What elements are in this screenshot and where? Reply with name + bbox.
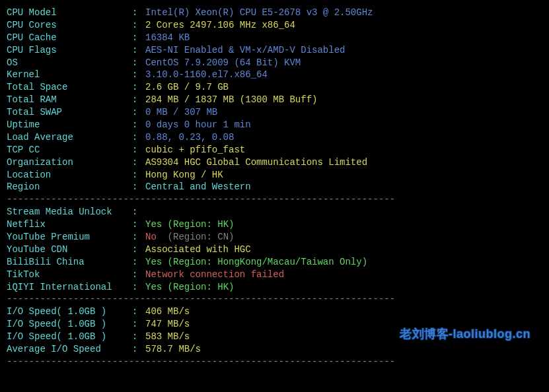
- row-io-3: I/O Speed( 1.0GB ): 583 MB/s: [7, 331, 542, 343]
- row-io-avg: Average I/O Speed: 578.7 MB/s: [7, 343, 542, 356]
- colon: :: [132, 81, 145, 94]
- row-io-2: I/O Speed( 1.0GB ): 747 MB/s: [7, 318, 542, 331]
- value-a: Yes: [145, 218, 162, 231]
- value-a: No: [145, 231, 162, 244]
- colon: :: [132, 318, 145, 331]
- value: Hong Kong / HK: [145, 169, 223, 181]
- colon: :: [132, 119, 145, 131]
- row-stream-header: Stream Media Unlock:: [7, 206, 542, 218]
- row-cpu-cache: CPU Cache: 16384 KB: [7, 32, 542, 44]
- label: CPU Model: [7, 7, 132, 19]
- value: Intel(R) Xeon(R) CPU E5-2678 v3 @ 2.50GH…: [145, 7, 373, 19]
- row-location: Location: Hong Kong / HK: [7, 169, 542, 181]
- value: 3.10.0-1160.el7.x86_64: [145, 69, 268, 81]
- value-a: Yes: [145, 256, 162, 269]
- colon: :: [132, 269, 145, 281]
- colon: :: [132, 206, 145, 218]
- value-b: (Region: HK): [162, 281, 234, 294]
- label: CPU Cores: [7, 19, 132, 32]
- label: BiliBili China: [7, 256, 132, 269]
- row-total-space: Total Space: 2.6 GB / 9.7 GB: [7, 81, 542, 94]
- label: iQIYI International: [7, 281, 132, 294]
- value: 583 MB/s: [145, 331, 190, 343]
- value-a: Associated with HGC: [145, 244, 251, 256]
- divider: ----------------------------------------…: [7, 356, 542, 368]
- label: YouTube Premium: [7, 231, 132, 244]
- colon: :: [132, 144, 145, 156]
- colon: :: [132, 106, 145, 119]
- divider: ----------------------------------------…: [7, 293, 542, 306]
- label: Total RAM: [7, 94, 132, 106]
- colon: :: [132, 32, 145, 44]
- label: Netflix: [7, 218, 132, 231]
- label: YouTube CDN: [7, 244, 132, 256]
- value: 284 MB / 1837 MB (1300 MB Buff): [145, 94, 317, 106]
- divider: ----------------------------------------…: [7, 193, 542, 206]
- label: TikTok: [7, 269, 132, 281]
- value: Central and Western: [145, 181, 251, 193]
- label: Average I/O Speed: [7, 343, 132, 356]
- row-youtube-cdn: YouTube CDN: Associated with HGC: [7, 244, 542, 256]
- row-organization: Organization: AS9304 HGC Global Communic…: [7, 156, 542, 169]
- label: I/O Speed( 1.0GB ): [7, 331, 132, 343]
- colon: :: [132, 244, 145, 256]
- colon: :: [132, 218, 145, 231]
- row-load-average: Load Average: 0.88, 0.23, 0.08: [7, 131, 542, 144]
- row-kernel: Kernel: 3.10.0-1160.el7.x86_64: [7, 69, 542, 81]
- row-iqiyi: iQIYI International: Yes (Region: HK): [7, 281, 542, 294]
- value: cubic + pfifo_fast: [145, 144, 245, 156]
- colon: :: [132, 343, 145, 356]
- colon: :: [132, 156, 145, 169]
- colon: :: [132, 231, 145, 244]
- colon: :: [132, 131, 145, 144]
- row-tiktok: TikTok: Network connection failed: [7, 269, 542, 281]
- value: AES-NI Enabled & VM-x/AMD-V Disabled: [145, 44, 345, 57]
- colon: :: [132, 281, 145, 294]
- row-total-swap: Total SWAP: 0 MB / 307 MB: [7, 106, 542, 119]
- row-youtube-premium: YouTube Premium: No (Region: CN): [7, 231, 542, 244]
- colon: :: [132, 181, 145, 193]
- label: Location: [7, 169, 132, 181]
- label: OS: [7, 57, 132, 69]
- row-cpu-cores: CPU Cores: 2 Cores 2497.106 MHz x86_64: [7, 19, 542, 32]
- value: 16384 KB: [145, 32, 190, 44]
- row-region: Region: Central and Western: [7, 181, 542, 193]
- label: CPU Flags: [7, 44, 132, 57]
- label: Region: [7, 181, 132, 193]
- colon: :: [132, 169, 145, 181]
- value-a: Yes: [145, 281, 162, 294]
- colon: :: [132, 331, 145, 343]
- value: 747 MB/s: [145, 318, 190, 331]
- value-b: (Region: HK): [162, 218, 234, 231]
- colon: :: [132, 44, 145, 57]
- label: CPU Cache: [7, 32, 132, 44]
- value-b: (Region: HongKong/Macau/Taiwan Only): [162, 256, 367, 269]
- value: 0 days 0 hour 1 min: [145, 119, 251, 131]
- value: 406 MB/s: [145, 306, 190, 318]
- value: 2 Cores 2497.106 MHz x86_64: [145, 19, 295, 32]
- row-cpu-model: CPU Model: Intel(R) Xeon(R) CPU E5-2678 …: [7, 7, 542, 19]
- value: 578.7 MB/s: [145, 343, 201, 356]
- colon: :: [132, 256, 145, 269]
- value: 2.6 GB / 9.7 GB: [145, 81, 229, 94]
- colon: :: [132, 7, 145, 19]
- label: Total Space: [7, 81, 132, 94]
- value: 0.88, 0.23, 0.08: [145, 131, 234, 144]
- colon: :: [132, 69, 145, 81]
- value-b: (Region: CN): [162, 231, 234, 244]
- value: 0 MB / 307 MB: [145, 106, 217, 119]
- value: CentOS 7.9.2009 (64 Bit) KVM: [145, 57, 301, 69]
- row-total-ram: Total RAM: 284 MB / 1837 MB (1300 MB Buf…: [7, 94, 542, 106]
- colon: :: [132, 57, 145, 69]
- label: Organization: [7, 156, 132, 169]
- label: I/O Speed( 1.0GB ): [7, 318, 132, 331]
- row-tcp-cc: TCP CC: cubic + pfifo_fast: [7, 144, 542, 156]
- label: Load Average: [7, 131, 132, 144]
- label: Kernel: [7, 69, 132, 81]
- colon: :: [132, 94, 145, 106]
- row-uptime: Uptime: 0 days 0 hour 1 min: [7, 119, 542, 131]
- row-bilibili: BiliBili China: Yes (Region: HongKong/Ma…: [7, 256, 542, 269]
- row-netflix: Netflix: Yes (Region: HK): [7, 218, 542, 231]
- label: Total SWAP: [7, 106, 132, 119]
- row-io-1: I/O Speed( 1.0GB ): 406 MB/s: [7, 306, 542, 318]
